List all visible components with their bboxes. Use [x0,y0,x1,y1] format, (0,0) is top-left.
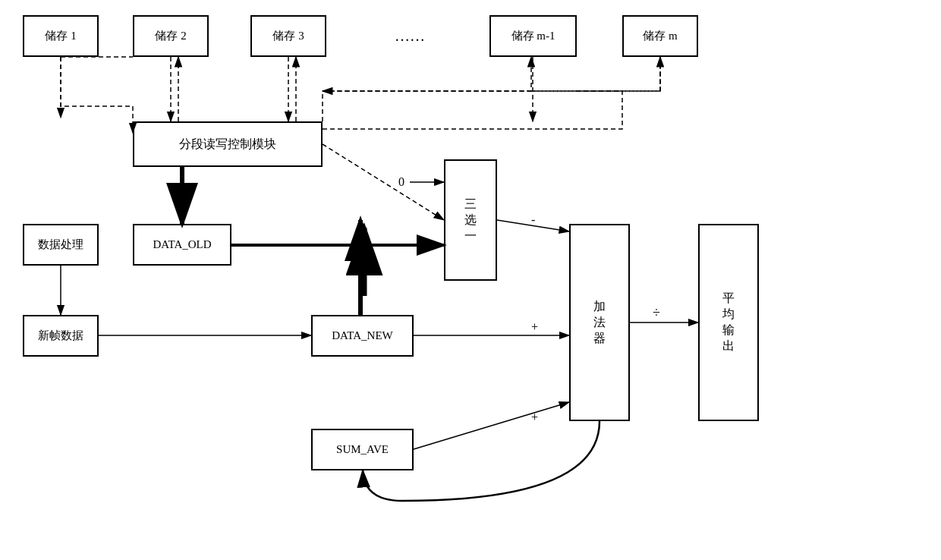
dataProc-box: 数据处理 [23,224,99,266]
svg-text:+: + [531,411,538,423]
memM1-box: 储存 m-1 [489,15,577,57]
control-box: 分段读写控制模块 [133,121,323,167]
svg-text:0: 0 [398,175,404,188]
svg-line-17 [497,220,569,231]
mem-dots: …… [372,15,448,57]
adder-box: 加 法 器 [569,224,630,421]
newFrame-box: 新帧数据 [23,315,99,357]
svg-text:+: + [531,320,538,333]
mem3-box: 储存 3 [250,15,326,57]
mux-box: 三 选 一 [444,159,497,281]
memM-box: 储存 m [622,15,698,57]
svg-line-27 [323,144,444,220]
diagram: 储存 1 储存 2 储存 3 …… 储存 m-1 储存 m 分段读写控制模块 数… [0,0,941,560]
divOut-box: 平 均 输 出 [698,224,759,421]
mem2-box: 储存 2 [133,15,209,57]
dataNew-box: DATA_NEW [311,315,414,357]
mem1-box: 储存 1 [23,15,99,57]
svg-line-21 [414,402,569,449]
svg-text:-: - [531,213,535,226]
sumAve-box: SUM_AVE [311,429,414,470]
svg-text:÷: ÷ [653,305,660,320]
dataOld-box: DATA_OLD [133,224,231,266]
